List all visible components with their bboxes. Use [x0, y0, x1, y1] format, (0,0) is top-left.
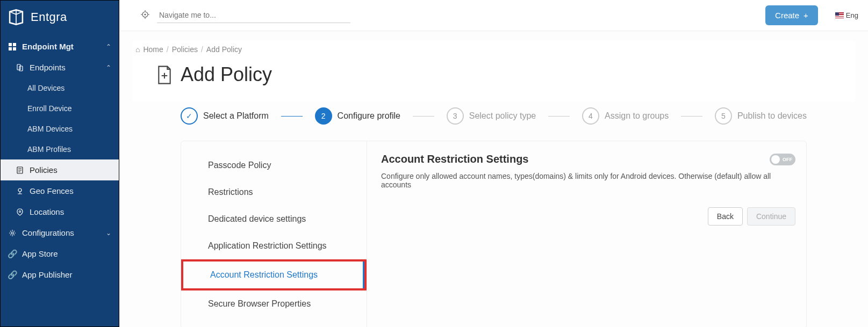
profile-item-dedicated[interactable]: Dedicated device settings	[181, 206, 367, 232]
fence-icon	[16, 187, 24, 195]
sidebar-item-app-store[interactable]: 🔗 App Store	[1, 243, 119, 264]
flag-us-icon	[835, 12, 844, 18]
logo-icon	[7, 8, 25, 26]
sidebar-item-label: Endpoint Mgt	[22, 42, 74, 51]
profile-item-label: Dedicated device settings	[208, 214, 306, 223]
step-number: 5	[715, 107, 732, 125]
sidebar-item-configurations[interactable]: Configurations ⌄	[1, 222, 119, 243]
back-button[interactable]: Back	[708, 207, 743, 226]
profile-item-app-restriction[interactable]: Application Restriction Settings	[181, 232, 367, 259]
chevron-up-icon: ⌃	[106, 43, 111, 50]
sidebar-item-label: App Store	[22, 249, 58, 258]
create-button[interactable]: Create +	[765, 5, 818, 25]
navigate-input[interactable]	[157, 8, 350, 23]
profile-item-passcode[interactable]: Passcode Policy	[181, 152, 367, 179]
sidebar-item-enroll-device[interactable]: Enroll Device	[1, 98, 119, 119]
step-1[interactable]: ✓ Select a Platform	[181, 107, 269, 125]
chevron-up-icon: ⌃	[106, 64, 111, 71]
svg-point-11	[145, 14, 146, 15]
sidebar-item-label: Geo Fences	[30, 186, 74, 195]
step-number: 3	[447, 107, 464, 125]
toggle-label: OFF	[783, 157, 792, 162]
sidebar-item-all-devices[interactable]: All Devices	[1, 78, 119, 98]
detail-description: Configure only allowed account names, ty…	[381, 172, 795, 189]
wizard-steps: ✓ Select a Platform 2 Configure profile …	[181, 107, 807, 125]
breadcrumb-home[interactable]: Home	[143, 45, 163, 54]
profile-item-label: Application Restriction Settings	[208, 241, 327, 250]
sidebar-item-policies[interactable]: Policies	[1, 159, 119, 180]
sidebar-item-label: Locations	[30, 207, 64, 216]
sidebar: Entgra Endpoint Mgt ⌃ Endpoints ⌃ All De…	[0, 0, 119, 327]
link-icon: 🔗	[8, 271, 17, 279]
sidebar-item-endpoint-mgt[interactable]: Endpoint Mgt ⌃	[1, 36, 119, 57]
separator-icon: /	[201, 45, 203, 54]
profile-item-label: Secure Browser Properties	[208, 299, 311, 308]
step-number: 4	[582, 107, 599, 125]
page-title: Add Policy	[181, 63, 272, 86]
grid-icon	[8, 42, 17, 51]
create-label: Create	[775, 11, 799, 20]
gear-icon	[8, 229, 17, 237]
target-icon	[141, 10, 149, 21]
breadcrumb: ⌂ Home / Policies / Add Policy	[132, 41, 855, 63]
breadcrumb-current: Add Policy	[206, 45, 242, 54]
svg-point-7	[18, 188, 21, 192]
highlight-annotation: Account Restriction Settings	[181, 259, 367, 290]
topbar: Create + Eng	[119, 0, 868, 31]
profile-item-label: Restrictions	[208, 187, 253, 197]
sidebar-item-geo-fences[interactable]: Geo Fences	[1, 180, 119, 201]
sidebar-item-endpoints[interactable]: Endpoints ⌃	[1, 57, 119, 78]
sidebar-item-abm-devices[interactable]: ABM Devices	[1, 119, 119, 139]
check-icon: ✓	[181, 107, 198, 125]
profile-list: Passcode Policy Restrictions Dedicated d…	[181, 141, 367, 327]
svg-rect-0	[9, 43, 12, 46]
step-number: 2	[315, 107, 332, 125]
sidebar-item-label: All Devices	[27, 84, 64, 92]
sidebar-item-label: ABM Devices	[27, 125, 73, 133]
profile-item-secure-browser[interactable]: Secure Browser Properties	[181, 290, 367, 317]
link-icon: 🔗	[8, 250, 17, 258]
enable-toggle[interactable]: OFF	[770, 154, 795, 165]
detail-title: Account Restriction Settings	[381, 153, 528, 165]
sidebar-item-app-publisher[interactable]: 🔗 App Publisher	[1, 264, 119, 285]
step-label: Publish to devices	[737, 111, 807, 121]
chevron-down-icon: ⌄	[106, 229, 111, 237]
profile-detail: Account Restriction Settings OFF Configu…	[367, 141, 806, 327]
svg-rect-3	[13, 47, 16, 50]
separator-icon: /	[167, 45, 169, 54]
sidebar-item-label: Configurations	[22, 228, 74, 237]
sidebar-item-locations[interactable]: Locations	[1, 201, 119, 222]
step-label: Select a Platform	[203, 111, 269, 121]
profile-item-account-restriction[interactable]: Account Restriction Settings	[183, 261, 364, 288]
svg-rect-4	[17, 64, 20, 70]
policy-icon	[16, 166, 24, 175]
brand-name: Entgra	[31, 10, 67, 24]
profile-item-label: Account Restriction Settings	[210, 270, 318, 279]
profile-item-label: Passcode Policy	[208, 161, 271, 170]
step-label: Select policy type	[469, 111, 536, 121]
sidebar-item-abm-profiles[interactable]: ABM Profiles	[1, 139, 119, 159]
svg-point-9	[11, 232, 13, 234]
plus-icon: +	[804, 11, 808, 20]
language-switch[interactable]: Eng	[835, 11, 858, 19]
sidebar-item-label: App Publisher	[22, 270, 72, 279]
add-file-icon	[156, 65, 173, 84]
step-3: 3 Select policy type	[447, 107, 536, 125]
profile-item-restrictions[interactable]: Restrictions	[181, 179, 367, 206]
device-icon	[16, 63, 24, 72]
step-4: 4 Assign to groups	[582, 107, 669, 125]
breadcrumb-policies[interactable]: Policies	[172, 45, 198, 54]
svg-rect-2	[9, 47, 12, 50]
language-label: Eng	[846, 11, 858, 19]
step-5: 5 Publish to devices	[715, 107, 807, 125]
main: Create + Eng ⌂ Home / Policies / Add Pol…	[119, 0, 868, 327]
step-label: Configure profile	[338, 111, 400, 121]
continue-button: Continue	[747, 207, 795, 226]
logo[interactable]: Entgra	[1, 1, 119, 34]
svg-rect-1	[13, 43, 16, 46]
home-icon: ⌂	[135, 45, 140, 54]
svg-rect-5	[19, 66, 23, 71]
step-2[interactable]: 2 Configure profile	[315, 107, 400, 125]
sidebar-item-label: Enroll Device	[27, 104, 71, 113]
sidebar-item-label: Endpoints	[30, 63, 66, 72]
